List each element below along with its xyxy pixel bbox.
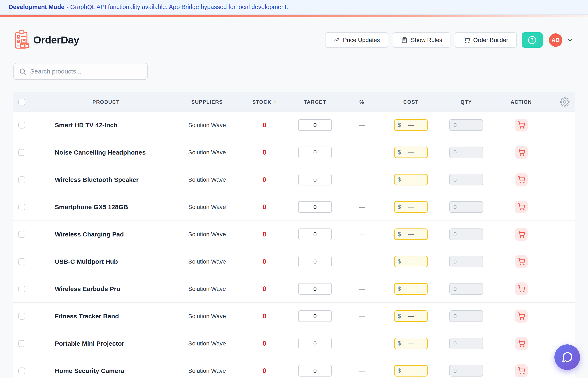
- cart-icon: [518, 203, 525, 211]
- add-to-cart-button[interactable]: [515, 337, 528, 350]
- cost-input[interactable]: $ —: [394, 283, 428, 295]
- target-input[interactable]: [298, 338, 332, 349]
- development-mode-banner: Development Mode - GraphQL API functiona…: [0, 0, 588, 14]
- trending-up-icon: [333, 37, 340, 43]
- column-header-stock[interactable]: Stock ↑: [232, 99, 296, 105]
- target-input[interactable]: [298, 256, 332, 267]
- row-checkbox[interactable]: [18, 231, 25, 238]
- column-header-percent: %: [334, 99, 390, 105]
- target-input[interactable]: [298, 201, 332, 213]
- cost-input[interactable]: $ —: [394, 256, 428, 267]
- cost-input[interactable]: $ —: [394, 310, 428, 322]
- add-to-cart-button[interactable]: [515, 173, 528, 186]
- clipboard-logo-icon: [14, 30, 30, 50]
- cart-icon: [518, 258, 525, 265]
- row-checkbox[interactable]: [18, 149, 25, 156]
- user-menu-chevron[interactable]: [567, 37, 574, 44]
- currency-symbol: $: [398, 258, 401, 265]
- cart-icon: [464, 37, 470, 43]
- column-header-target: Target: [296, 99, 334, 105]
- chat-button[interactable]: [554, 344, 580, 370]
- products-table: Product Suppliers Stock ↑ Target % Cost …: [13, 93, 575, 378]
- row-checkbox[interactable]: [18, 176, 25, 183]
- row-checkbox[interactable]: [18, 340, 25, 347]
- supplier-name: Solution Wave: [188, 367, 226, 374]
- brand-name: OrderDay: [33, 34, 79, 46]
- avatar[interactable]: AB: [549, 33, 562, 47]
- header-settings-cell: [542, 97, 575, 107]
- order-builder-button[interactable]: Order Builder: [455, 32, 517, 48]
- cost-input[interactable]: $ —: [394, 229, 428, 240]
- table-body: Smart HD TV 42-Inch Solution Wave 0 — $ …: [13, 111, 575, 378]
- product-name: Wireless Bluetooth Speaker: [55, 176, 139, 183]
- cost-input[interactable]: $ —: [394, 119, 428, 131]
- add-to-cart-button[interactable]: [515, 201, 528, 213]
- search-icon: [19, 68, 27, 75]
- row-checkbox[interactable]: [18, 122, 25, 129]
- column-header-product: Product: [30, 99, 182, 105]
- table-row: Fitness Tracker Band Solution Wave 0 — $…: [13, 303, 575, 330]
- sort-ascending-icon: ↑: [273, 99, 277, 105]
- percent-value: —: [359, 340, 365, 347]
- product-name: USB-C Multiport Hub: [55, 258, 118, 265]
- cost-input[interactable]: $ —: [394, 365, 428, 377]
- add-to-cart-button[interactable]: [515, 255, 528, 268]
- product-name: Wireless Charging Pad: [55, 231, 124, 238]
- add-to-cart-button[interactable]: [515, 364, 528, 377]
- row-checkbox[interactable]: [18, 204, 25, 210]
- percent-value: —: [359, 149, 365, 156]
- row-checkbox[interactable]: [18, 258, 25, 265]
- cost-input[interactable]: $ —: [394, 338, 428, 349]
- qty-input: [449, 338, 483, 349]
- chevron-down-icon: [567, 37, 574, 44]
- table-row: USB-C Multiport Hub Solution Wave 0 — $ …: [13, 248, 575, 275]
- table-row: Wireless Charging Pad Solution Wave 0 — …: [13, 221, 575, 248]
- cost-input[interactable]: $ —: [394, 201, 428, 213]
- table-row: Portable Mini Projector Solution Wave 0 …: [13, 330, 575, 357]
- target-input[interactable]: [298, 365, 332, 377]
- add-to-cart-button[interactable]: [515, 146, 528, 159]
- product-name: Portable Mini Projector: [55, 340, 124, 347]
- supplier-name: Solution Wave: [188, 286, 226, 292]
- qty-input: [449, 201, 483, 213]
- add-to-cart-button[interactable]: [515, 283, 528, 295]
- currency-symbol: $: [398, 204, 401, 210]
- price-updates-button[interactable]: Price Updates: [325, 32, 388, 48]
- supplier-name: Solution Wave: [188, 149, 226, 156]
- target-input[interactable]: [298, 229, 332, 240]
- cost-input[interactable]: $ —: [394, 174, 428, 185]
- stock-value: 0: [263, 312, 266, 320]
- brand-logo: OrderDay: [14, 30, 79, 50]
- table-settings-button[interactable]: [560, 97, 575, 107]
- show-rules-button[interactable]: Show Rules: [393, 32, 451, 48]
- search-input[interactable]: [30, 68, 139, 75]
- stock-value: 0: [263, 340, 266, 347]
- product-name: Noise Cancelling Headphones: [55, 149, 146, 156]
- cart-icon: [518, 122, 525, 129]
- supplier-name: Solution Wave: [188, 204, 226, 210]
- target-input[interactable]: [298, 283, 332, 295]
- add-to-cart-button[interactable]: [515, 119, 528, 132]
- help-button[interactable]: ?: [522, 32, 543, 48]
- clipboard-icon: [401, 37, 408, 43]
- row-checkbox[interactable]: [18, 313, 25, 320]
- column-header-cost: Cost: [390, 99, 432, 105]
- cost-input[interactable]: $ —: [394, 147, 428, 158]
- supplier-name: Solution Wave: [188, 258, 226, 265]
- cart-icon: [518, 176, 525, 183]
- select-all-checkbox[interactable]: [18, 99, 25, 105]
- target-input[interactable]: [298, 174, 332, 185]
- stock-value: 0: [263, 285, 266, 293]
- row-checkbox[interactable]: [18, 286, 25, 292]
- add-to-cart-button[interactable]: [515, 228, 528, 241]
- currency-symbol: $: [398, 367, 401, 374]
- target-input[interactable]: [298, 310, 332, 322]
- target-input[interactable]: [298, 147, 332, 158]
- target-input[interactable]: [298, 119, 332, 131]
- add-to-cart-button[interactable]: [515, 310, 528, 323]
- percent-value: —: [359, 313, 365, 320]
- supplier-name: Solution Wave: [188, 122, 226, 129]
- stock-value: 0: [263, 230, 266, 238]
- product-name: Wireless Earbuds Pro: [55, 285, 120, 293]
- row-checkbox[interactable]: [18, 367, 25, 374]
